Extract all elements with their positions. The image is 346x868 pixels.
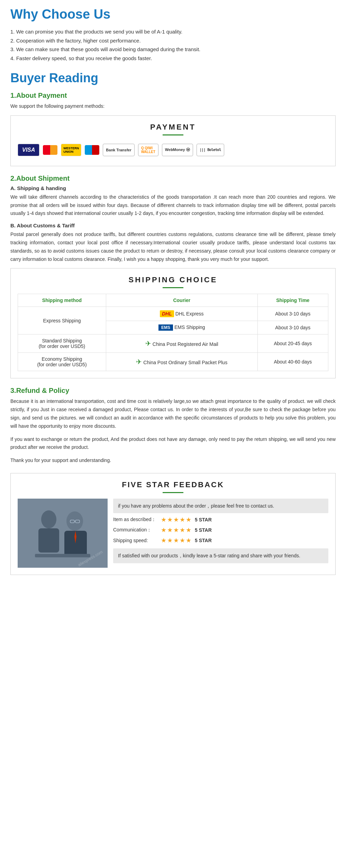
col-time: Shipping Time	[257, 294, 328, 307]
why-point-3: 3. We can make sure that these goods wil…	[10, 45, 336, 54]
payment-subtitle: 1.About Payment	[10, 92, 336, 100]
star-rating-1: 5 STAR	[195, 517, 212, 522]
ems-label: EMS Shipping	[174, 324, 205, 330]
bank-transfer-icon: Bank Transfer	[103, 144, 134, 156]
boletol-icon: ||| Boletol	[197, 144, 224, 156]
table-row: Standard Shipping(for order over USD5) ✈…	[18, 334, 328, 353]
stars-1: ★★★★★	[161, 516, 192, 523]
chinapost-icon-standard: ✈	[145, 339, 151, 348]
ems-time: About 3-10 days	[257, 321, 328, 334]
customs-title: B. About Customs & Tariff	[10, 223, 336, 228]
feedback-right: if you have any problems about the order…	[113, 499, 328, 568]
svg-rect-2	[38, 528, 59, 553]
star-label-3: Shipping speed:	[113, 538, 158, 543]
shipping-handling-title: A. Shipping & handing	[10, 185, 336, 191]
economy-method: Economy Shipping(for order under USD5)	[18, 353, 106, 371]
table-row: Economy Shipping(for order under USD5) ✈…	[18, 353, 328, 371]
star-rating-2: 5 STAR	[195, 527, 212, 533]
dhl-cell: DHL DHL Express	[106, 307, 257, 321]
shipping-box-title: SHIPPING CHOICE	[18, 275, 328, 284]
western-union-icon: WESTERNUNION	[61, 144, 81, 156]
economy-time: About 40-60 days	[257, 353, 328, 371]
dhl-label: DHL Express	[175, 311, 204, 317]
payment-divider	[163, 134, 183, 135]
star-row-1: Item as described： ★★★★★ 5 STAR	[113, 516, 328, 523]
svg-point-3	[66, 511, 83, 531]
star-row-3: Shipping speed: ★★★★★ 5 STAR	[113, 537, 328, 544]
feedback-image: aliexpress.com	[18, 499, 108, 568]
why-list: 1. We can promise you that the products …	[10, 27, 336, 63]
standard-time: About 20-45 days	[257, 334, 328, 353]
table-row: Express Shipping DHL DHL Express About 3…	[18, 307, 328, 321]
shipment-section: 2.About Shipment A. Shipping & handing W…	[10, 174, 336, 379]
star-row-2: Communication： ★★★★★ 5 STAR	[113, 526, 328, 534]
feedback-top-text: if you have any problems about the order…	[118, 503, 274, 509]
refund-text3: Thank you for your support and understan…	[10, 456, 336, 465]
dhl-time: About 3-10 days	[257, 307, 328, 321]
buyer-reading-title: Buyer Reading	[10, 71, 336, 85]
page-container: Why Choose Us 1. We can promise you that…	[0, 0, 346, 590]
payment-intro: We support the following payment methods…	[10, 102, 336, 111]
economy-courier: ✈ China Post Ordinary Small Packet Plus	[106, 353, 257, 371]
feedback-bottom-text: If satisfied with our products，kindly le…	[118, 553, 300, 558]
feedback-divider	[163, 492, 183, 493]
qiwi-icon: Q QIWIWALLET	[138, 144, 158, 156]
shipment-subtitle: 2.About Shipment	[10, 174, 336, 182]
feedback-bottom-message: If satisfied with our products，kindly le…	[113, 548, 328, 563]
shipping-handling: A. Shipping & handing We will take diffe…	[10, 185, 336, 218]
stars-2: ★★★★★	[161, 526, 192, 534]
star-label-2: Communication：	[113, 527, 158, 533]
feedback-content: aliexpress.com if you have any problems …	[18, 499, 328, 568]
customs-section: B. About Customs & Tariff Postal parcel …	[10, 223, 336, 263]
refund-section: 3.Refund & Policy Because it is an inter…	[10, 387, 336, 465]
payment-icons-row: VISA WESTERNUNION Bank Transfer Q QIWIWA…	[18, 141, 328, 159]
why-point-2: 2. Cooperation with the factory, higher …	[10, 36, 336, 45]
col-courier: Courier	[106, 294, 257, 307]
refund-text1: Because it is an international transport…	[10, 397, 336, 430]
maestro-icon	[85, 145, 99, 155]
shipping-divider	[163, 287, 183, 288]
payment-section: 1.About Payment We support the following…	[10, 92, 336, 166]
express-method-cell: Express Shipping	[18, 307, 106, 334]
ems-cell: EMS EMS Shipping	[106, 321, 257, 334]
dhl-logo: DHL	[160, 310, 174, 317]
payment-box: PAYMENT VISA WESTERNUNION Bank Transfer …	[10, 115, 336, 166]
visa-icon: VISA	[18, 144, 39, 156]
svg-rect-9	[35, 554, 90, 557]
chinapost-icon-economy: ✈	[136, 358, 142, 366]
col-method: Shipping method	[18, 294, 106, 307]
feedback-top-message: if you have any problems about the order…	[113, 499, 328, 513]
feedback-box: FIVE STAR FEEDBACK	[10, 473, 336, 575]
refund-text2: If you want to exchange or return the pr…	[10, 435, 336, 452]
why-point-4: 4. Faster delivery speed, so that you re…	[10, 54, 336, 63]
shipping-table: Shipping method Courier Shipping Time Ex…	[18, 294, 328, 371]
why-point-1: 1. We can promise you that the products …	[10, 27, 336, 36]
svg-point-1	[41, 510, 56, 528]
refund-title: 3.Refund & Policy	[10, 387, 336, 395]
payment-box-title: PAYMENT	[18, 123, 328, 132]
customs-text: Postal parcel generally does not produce…	[10, 230, 336, 263]
star-label-1: Item as described：	[113, 517, 158, 523]
shipping-box: SHIPPING CHOICE Shipping method Courier …	[10, 268, 336, 378]
webmoney-icon: WebMoney ⓦ	[162, 144, 193, 156]
mastercard-icon	[43, 145, 57, 155]
feedback-image-inner: aliexpress.com	[18, 499, 108, 568]
ems-logo: EMS	[158, 324, 173, 331]
star-rating-3: 5 STAR	[195, 538, 212, 543]
standard-courier: ✈ China Post Registered Air Mail	[106, 334, 257, 353]
feedback-title: FIVE STAR FEEDBACK	[18, 480, 328, 489]
shipping-handling-text: We will take different channels accordin…	[10, 193, 336, 218]
stars-3: ★★★★★	[161, 537, 192, 544]
why-choose-title: Why Choose Us	[10, 7, 336, 22]
standard-method: Standard Shipping(for order over USD5)	[18, 334, 106, 353]
